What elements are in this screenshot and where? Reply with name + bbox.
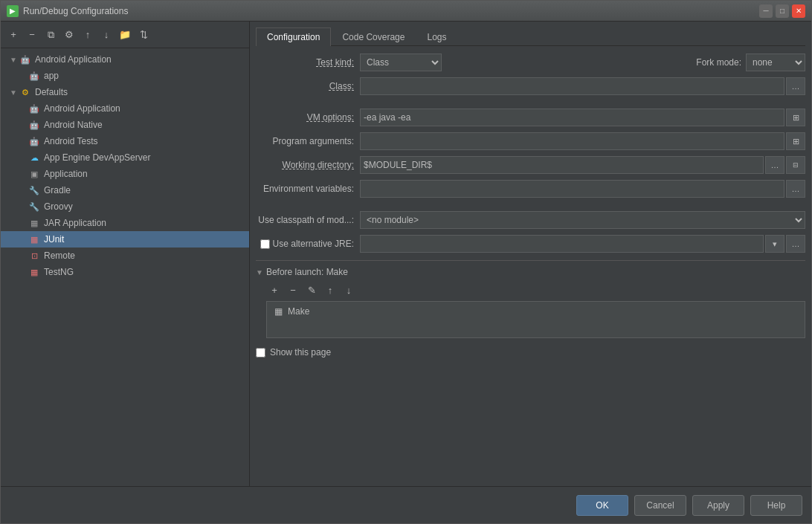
app-engine-icon: ☁ <box>28 152 41 164</box>
move-up-button[interactable]: ↑ <box>80 27 96 43</box>
tree-item-app-engine[interactable]: ☁ App Engine DevAppServer <box>1 149 249 166</box>
settings-button[interactable]: ⚙ <box>61 27 77 43</box>
class-row: Class: … <box>256 77 805 95</box>
program-args-input[interactable] <box>360 132 784 150</box>
android-tests-icon: 🤖 <box>28 135 41 147</box>
window-title: Run/Debug Configurations <box>23 6 759 16</box>
tree-item-android-native[interactable]: 🤖 Android Native <box>1 117 249 133</box>
tree-item-application[interactable]: ▣ Application <box>1 166 249 182</box>
env-vars-browse-button[interactable]: … <box>786 180 805 198</box>
test-kind-select[interactable]: Class Method Pattern Category <box>360 54 442 71</box>
tree-label-app: app <box>44 71 59 81</box>
use-classpath-select[interactable]: <no module> <box>360 211 805 229</box>
alt-jre-dropdown-button[interactable]: ▾ <box>765 235 784 253</box>
window-controls: ─ □ ✕ <box>759 4 805 18</box>
before-launch-add-button[interactable]: + <box>266 282 283 298</box>
before-launch-remove-button[interactable]: − <box>285 282 301 298</box>
tab-code-coverage[interactable]: Code Coverage <box>331 28 416 46</box>
android-native-icon: 🤖 <box>28 119 41 131</box>
show-page-row: Show this page <box>256 347 805 358</box>
tree-item-gradle[interactable]: 🔧 Gradle <box>1 182 249 198</box>
move-down-button[interactable]: ↓ <box>98 27 115 43</box>
defaults-icon: ⚙ <box>19 86 32 98</box>
tree-item-jar-application[interactable]: ▦ JAR Application <box>1 215 249 231</box>
tree-label-android-application: Android Application <box>44 103 120 114</box>
tree-item-testng[interactable]: ▦ TestNG <box>1 264 249 280</box>
env-vars-input[interactable] <box>360 180 784 198</box>
minimize-button[interactable]: ─ <box>759 4 773 18</box>
working-dir-row: Working directory: … ⊟ <box>256 156 805 174</box>
alt-jre-label: Use alternative JRE: <box>273 239 354 249</box>
tab-logs[interactable]: Logs <box>416 28 457 46</box>
before-launch-edit-button[interactable]: ✎ <box>303 282 320 298</box>
working-dir-input[interactable] <box>360 156 764 174</box>
configuration-tree: ▼ 🤖 Android Application 🤖 app ▼ ⚙ Defaul… <box>1 48 249 486</box>
before-launch-title: Before launch: Make <box>266 267 348 277</box>
application-icon: ▣ <box>28 168 41 180</box>
test-kind-label: Test kind: <box>256 57 360 68</box>
tree-label-gradle: Gradle <box>44 185 71 195</box>
run-debug-configurations-dialog: ▶ Run/Debug Configurations ─ □ ✕ + − ⧉ ⚙… <box>0 0 812 524</box>
tree-item-junit[interactable]: ▦ JUnit <box>1 231 249 248</box>
tree-label-groovy: Groovy <box>44 201 73 212</box>
program-args-label: Program arguments: <box>256 136 360 146</box>
maximize-button[interactable]: □ <box>776 4 789 18</box>
before-launch-down-button[interactable]: ↓ <box>341 282 357 298</box>
tree-label-jar: JAR Application <box>44 218 106 228</box>
fork-mode-select[interactable]: none method class <box>746 54 805 71</box>
tree-label-android-app: Android Application <box>35 54 112 65</box>
before-launch-arrow-icon[interactable]: ▼ <box>256 268 263 276</box>
tree-group-defaults[interactable]: ▼ ⚙ Defaults <box>1 84 249 100</box>
close-button[interactable]: ✕ <box>792 4 805 18</box>
fork-mode-select-wrap: none method class <box>746 54 805 71</box>
bottom-bar: OK Cancel Apply Help <box>1 486 811 523</box>
tree-item-android-application[interactable]: 🤖 Android Application <box>1 100 249 117</box>
tab-configuration[interactable]: Configuration <box>256 28 331 46</box>
remove-config-button[interactable]: − <box>24 27 40 43</box>
test-kind-select-wrap: Class Method Pattern Category <box>360 54 442 71</box>
ok-button[interactable]: OK <box>576 495 628 516</box>
before-launch-up-button[interactable]: ↑ <box>322 282 338 298</box>
window-icon: ▶ <box>7 5 19 17</box>
vm-options-expand-button[interactable]: ⊞ <box>786 109 805 126</box>
vm-options-label: VM options: <box>256 112 360 123</box>
tree-item-app[interactable]: 🤖 app <box>1 68 249 84</box>
dialog-content: + − ⧉ ⚙ ↑ ↓ 📁 ⇅ ▼ 🤖 Android Application <box>1 22 811 486</box>
show-page-checkbox[interactable] <box>256 348 265 358</box>
tree-item-remote[interactable]: ⊡ Remote <box>1 248 249 264</box>
make-icon: ▦ <box>271 305 285 317</box>
help-button[interactable]: Help <box>750 495 802 516</box>
jar-icon: ▦ <box>28 217 41 229</box>
alt-jre-checkbox[interactable] <box>260 239 270 249</box>
tree-label-testng: TestNG <box>44 267 74 277</box>
use-classpath-label: Use classpath of mod...: <box>256 215 360 225</box>
before-launch-item-make[interactable]: ▦ Make <box>268 303 803 320</box>
tree-label-app-engine: App Engine DevAppServer <box>44 152 150 163</box>
tree-item-groovy[interactable]: 🔧 Groovy <box>1 198 249 215</box>
tree-label-remote: Remote <box>44 250 75 261</box>
sort-button[interactable]: ⇅ <box>135 27 152 43</box>
copy-config-button[interactable]: ⧉ <box>42 27 59 43</box>
program-args-expand-button[interactable]: ⊞ <box>786 132 805 150</box>
program-args-row: Program arguments: ⊞ <box>256 132 805 150</box>
testng-icon: ▦ <box>28 266 41 278</box>
app-icon: 🤖 <box>28 70 41 82</box>
cancel-button[interactable]: Cancel <box>634 495 686 516</box>
right-panel: Configuration Code Coverage Logs Test ki… <box>250 22 811 486</box>
working-dir-browse-button[interactable]: … <box>765 156 784 174</box>
vm-options-input[interactable] <box>360 109 784 126</box>
tree-label-application: Application <box>44 169 88 179</box>
tree-item-android-tests[interactable]: 🤖 Android Tests <box>1 133 249 149</box>
class-label: Class: <box>256 81 360 91</box>
class-input[interactable] <box>360 77 784 95</box>
folder-button[interactable]: 📁 <box>117 27 133 43</box>
alt-jre-input[interactable] <box>360 235 764 253</box>
alt-jre-browse-button[interactable]: … <box>786 235 805 253</box>
class-browse-button[interactable]: … <box>786 77 805 95</box>
working-dir-extra-button[interactable]: ⊟ <box>786 156 805 174</box>
apply-button[interactable]: Apply <box>692 495 744 516</box>
use-classpath-row: Use classpath of mod...: <no module> <box>256 211 805 229</box>
tree-group-android-app[interactable]: ▼ 🤖 Android Application <box>1 51 249 68</box>
add-config-button[interactable]: + <box>5 27 22 43</box>
env-vars-label: Environment variables: <box>256 184 360 194</box>
